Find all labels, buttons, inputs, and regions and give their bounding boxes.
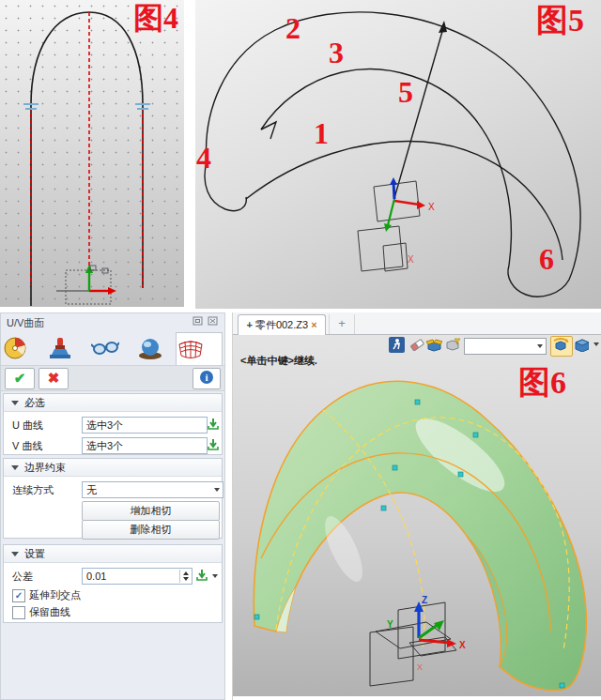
section-boundary: 边界约束 连续方式 无 增加相切 删除相切	[3, 458, 223, 539]
palette-icon	[1, 336, 29, 360]
close-icon[interactable]	[208, 316, 219, 327]
cancel-button[interactable]: ✖	[39, 368, 69, 389]
section-settings: 设置 公差 0.01 延伸到交点 保留曲线	[3, 544, 223, 623]
iso-view-cube-icon	[551, 337, 570, 354]
uv-surface-dialog: U/V曲面	[0, 312, 225, 700]
spinner-stepper[interactable]	[179, 570, 191, 583]
u-curves-field[interactable]: 选中3个	[82, 417, 208, 434]
open-box-icon[interactable]	[426, 337, 442, 353]
sketch-curves	[0, 0, 184, 307]
extend-to-intersection-checkbox[interactable]	[12, 589, 25, 602]
pick-from-list-icon[interactable]	[206, 417, 221, 432]
curve-label-3: 3	[329, 38, 344, 68]
restore-icon[interactable]	[193, 316, 204, 327]
document-tab[interactable]: + 零件002.Z3 ×	[238, 314, 326, 335]
section-boundary-header[interactable]: 边界约束	[4, 459, 222, 477]
stamp-icon	[46, 336, 74, 360]
continuity-label: 连续方式	[12, 479, 54, 500]
keep-curves-label: 保留曲线	[29, 605, 70, 619]
pick-from-list-icon[interactable]	[206, 437, 221, 452]
view-orientation-button[interactable]	[550, 336, 573, 357]
tolerance-label: 公差	[12, 566, 33, 586]
axis-x-label-2: X	[408, 254, 414, 265]
filter-combobox[interactable]	[464, 338, 547, 355]
pick-from-list-icon[interactable]	[194, 568, 209, 583]
tab-stamp[interactable]	[46, 332, 91, 365]
tolerance-field[interactable]: 0.01	[82, 568, 193, 585]
curve-label-5: 5	[398, 77, 413, 107]
section-required-header[interactable]: 必选	[4, 394, 222, 412]
collapse-arrow-icon	[11, 552, 19, 556]
sketch-origin-icon	[56, 265, 116, 304]
info-icon: i	[200, 371, 213, 384]
ok-button[interactable]: ✔	[5, 368, 35, 389]
tab-glasses[interactable]	[91, 332, 136, 365]
sketch-view-fig4: 图4	[0, 0, 184, 307]
chevron-down-icon[interactable]	[212, 574, 218, 578]
tutorial-page: { "figures": { "fig4": { "label": "图4" }…	[0, 0, 601, 700]
collapse-arrow-icon	[11, 465, 19, 470]
curve-label-4: 4	[196, 143, 211, 173]
section-required: 必选 U 曲线 选中3个 V 曲线 选中3个	[3, 393, 223, 455]
axis-x-label: X	[428, 202, 435, 212]
glasses-icon	[91, 336, 119, 360]
status-prompt: <单击中键>继续.	[240, 354, 317, 368]
shaded-display-icon[interactable]	[573, 336, 589, 352]
remove-tangent-button[interactable]: 删除相切	[82, 520, 220, 540]
document-tab-label: 零件002.Z3	[255, 319, 308, 330]
new-tab-button[interactable]: +	[329, 314, 355, 334]
tab-sphere[interactable]	[136, 332, 181, 365]
v-curves-field[interactable]: 选中3个	[82, 437, 208, 454]
spinner-up-icon	[183, 571, 189, 575]
chevron-down-icon[interactable]	[593, 342, 599, 346]
filter-cube-icon[interactable]	[445, 337, 461, 353]
constraint-marker-icon	[23, 104, 150, 109]
section-settings-header[interactable]: 设置	[4, 545, 222, 563]
collapse-arrow-icon	[11, 401, 19, 405]
triad-icon: X X	[384, 177, 435, 265]
v-curves-label: V 曲线	[12, 435, 42, 456]
u-curves-label: U 曲线	[12, 415, 43, 435]
eraser-icon[interactable]	[409, 337, 425, 353]
document-tab-bar: + 零件002.Z3 × +	[233, 312, 601, 335]
tab-palette[interactable]	[1, 332, 46, 365]
continuity-select[interactable]: 无	[82, 481, 223, 498]
document-view: + 零件002.Z3 × +	[232, 312, 601, 700]
escape-tool-icon[interactable]	[389, 337, 405, 353]
curve-label-6: 6	[539, 244, 554, 274]
chevron-down-icon	[214, 488, 220, 492]
add-tangent-button[interactable]: 增加相切	[82, 501, 220, 521]
spinner-down-icon	[183, 577, 189, 581]
fig5-label: 图5	[536, 5, 584, 37]
info-button[interactable]: i	[193, 368, 221, 389]
extend-to-intersection-label: 延伸到交点	[29, 588, 81, 602]
curve-label-2: 2	[285, 13, 300, 43]
dialog-title: U/V曲面	[7, 316, 44, 330]
tab-close-icon[interactable]: ×	[311, 319, 316, 330]
wireframe-view-fig5: X X 2 3 5 1 4 6 图5	[195, 0, 601, 309]
uv-mesh-icon	[177, 337, 205, 361]
sphere-icon	[136, 336, 164, 360]
datum-planes	[358, 181, 420, 271]
chevron-down-icon	[537, 344, 543, 348]
curve-label-1: 1	[314, 118, 329, 148]
tab-uv-surface[interactable]	[176, 332, 223, 365]
tab-add-icon: +	[246, 319, 252, 330]
dialog-command-row: ✔ ✖ i	[1, 365, 224, 391]
keep-curves-checkbox[interactable]	[12, 606, 25, 619]
fig4-label: 图4	[133, 3, 178, 33]
fig6-label: 图6	[518, 367, 566, 399]
